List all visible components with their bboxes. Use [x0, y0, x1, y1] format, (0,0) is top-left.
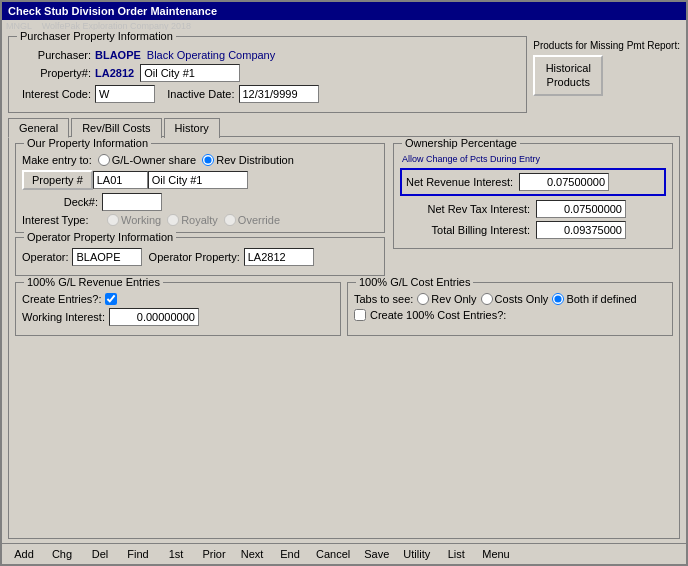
purchaser-label: Purchaser:: [15, 49, 95, 61]
right-col: Ownership Percentage Allow Change of Pct…: [393, 143, 673, 276]
tabs-to-see-label: Tabs to see:: [354, 293, 413, 305]
next-button[interactable]: Next: [234, 546, 270, 562]
allow-change-label: Allow Change of Pcts During Entry: [400, 154, 666, 164]
list-button[interactable]: List: [438, 546, 474, 562]
top-section: Purchaser Property Information Purchaser…: [8, 36, 680, 113]
radio-gl-owner-input[interactable]: [98, 154, 110, 166]
property-label: Property#:: [15, 67, 95, 79]
chg-button[interactable]: Chg: [44, 546, 80, 562]
prior-button[interactable]: Prior: [196, 546, 232, 562]
radio-rev-only: Rev Only: [417, 293, 476, 305]
radio-override-label: Override: [238, 214, 280, 226]
total-billing-input[interactable]: [536, 221, 626, 239]
purchaser-row: Purchaser: BLAOPE Black Operating Compan…: [15, 49, 520, 61]
create-entries-row: Create Entries?:: [22, 293, 334, 305]
radio-working-label: Working: [121, 214, 161, 226]
inactive-date-label: Inactive Date:: [167, 88, 234, 100]
create-entries-label: Create Entries?:: [22, 293, 101, 305]
radio-gl-owner-label: G/L-Owner share: [112, 154, 196, 166]
tabs-to-see: Tabs to see: Rev Only Costs Only: [354, 293, 666, 305]
toolbar: Add Chg Del Find 1st Prior Next End Canc…: [2, 543, 686, 564]
products-section: Products for Missing Pmt Report: Histori…: [533, 36, 680, 113]
del-button[interactable]: Del: [82, 546, 118, 562]
cancel-button[interactable]: Cancel: [310, 546, 356, 562]
create-entries-checkbox[interactable]: [105, 293, 117, 305]
menu-button[interactable]: Menu: [476, 546, 516, 562]
property-row: Property#: LA2812: [15, 64, 520, 82]
net-rev-tax-input[interactable]: [536, 200, 626, 218]
gl-revenue-box: 100% G/L Revenue Entries Create Entries?…: [15, 282, 341, 336]
end-button[interactable]: End: [272, 546, 308, 562]
net-tax-row: Net Rev Tax Interest:: [400, 200, 666, 218]
save-button[interactable]: Save: [358, 546, 395, 562]
radio-both-if-defined-input[interactable]: [552, 293, 564, 305]
radio-working-input[interactable]: [107, 214, 119, 226]
property-num-button[interactable]: Property #: [22, 170, 93, 190]
our-property-title: Our Property Information: [24, 137, 151, 149]
radio-override: Override: [224, 214, 280, 226]
our-property-name-input[interactable]: [148, 171, 248, 189]
our-property-id-input[interactable]: [93, 171, 148, 189]
first-button[interactable]: 1st: [158, 546, 194, 562]
radio-override-input[interactable]: [224, 214, 236, 226]
purchaser-id: BLAOPE: [95, 49, 141, 61]
purchaser-info-title: Purchaser Property Information: [17, 30, 176, 42]
total-billing-label: Total Billing Interest:: [400, 224, 530, 236]
radio-royalty-label: Royalty: [181, 214, 218, 226]
main-window: Check Stub Division Order Maintenance MN…: [0, 0, 688, 566]
property-id: LA2812: [95, 67, 134, 79]
operator-property-label: Operator Property:: [149, 251, 240, 263]
radio-costs-only: Costs Only: [481, 293, 549, 305]
radio-rev-dist-input[interactable]: [202, 154, 214, 166]
purchaser-info-box: Purchaser Property Information Purchaser…: [8, 36, 527, 113]
make-entry-row: Make entry to: G/L-Owner share Rev Distr…: [22, 154, 378, 166]
operator-property-input[interactable]: [244, 248, 314, 266]
find-button[interactable]: Find: [120, 546, 156, 562]
gl-revenue-title: 100% G/L Revenue Entries: [24, 276, 163, 288]
create-100-row: Create 100% Cost Entries?:: [354, 309, 666, 321]
operator-id-input[interactable]: [72, 248, 142, 266]
our-property-row: Property #: [22, 170, 378, 190]
app-title: Check Stub Division Order Maintenance: [8, 5, 217, 17]
interest-code-label: Interest Code:: [15, 88, 95, 100]
tab-two-col: Our Property Information Make entry to: …: [15, 143, 673, 276]
radio-rev-only-input[interactable]: [417, 293, 429, 305]
our-property-box: Our Property Information Make entry to: …: [15, 143, 385, 233]
add-button[interactable]: Add: [6, 546, 42, 562]
tab-general[interactable]: General: [8, 118, 69, 138]
bottom-section: 100% G/L Revenue Entries Create Entries?…: [15, 282, 673, 336]
working-interest-label: Working Interest:: [22, 311, 105, 323]
tabs-area: General Rev/Bill Costs History Our Prope…: [8, 117, 680, 539]
products-missing-label: Products for Missing Pmt Report:: [533, 40, 680, 51]
tab-rev-bill-costs[interactable]: Rev/Bill Costs: [71, 118, 161, 138]
radio-costs-only-input[interactable]: [481, 293, 493, 305]
create-100-label: Create 100% Cost Entries?:: [370, 309, 506, 321]
radio-rev-only-label: Rev Only: [431, 293, 476, 305]
utility-button[interactable]: Utility: [397, 546, 436, 562]
net-rev-tax-label: Net Rev Tax Interest:: [400, 203, 530, 215]
make-entry-label: Make entry to:: [22, 154, 92, 166]
main-content: Purchaser Property Information Purchaser…: [2, 32, 686, 543]
inactive-date-input[interactable]: [239, 85, 319, 103]
radio-both-if-defined-label: Both if defined: [566, 293, 636, 305]
interest-code-input[interactable]: [95, 85, 155, 103]
create-100-cost-checkbox[interactable]: [354, 309, 366, 321]
operator-title: Operator Property Information: [24, 231, 176, 243]
purchaser-name: Black Operating Company: [147, 49, 275, 61]
working-interest-row: Working Interest:: [22, 308, 334, 326]
radio-working: Working: [107, 214, 161, 226]
tab-history[interactable]: History: [164, 118, 220, 138]
radio-royalty-input[interactable]: [167, 214, 179, 226]
gl-cost-title: 100% G/L Cost Entries: [356, 276, 473, 288]
interest-type-row: Interest Type: Working Royalty: [22, 214, 378, 226]
operator-label: Operator:: [22, 251, 68, 263]
total-billing-row: Total Billing Interest:: [400, 221, 666, 239]
radio-rev-dist-label: Rev Distribution: [216, 154, 294, 166]
deck-input[interactable]: [102, 193, 162, 211]
property-name-input[interactable]: [140, 64, 240, 82]
title-bar: Check Stub Division Order Maintenance: [2, 2, 686, 20]
gl-cost-box: 100% G/L Cost Entries Tabs to see: Rev O…: [347, 282, 673, 336]
working-interest-input[interactable]: [109, 308, 199, 326]
net-revenue-input[interactable]: [519, 173, 609, 191]
historical-products-button[interactable]: HistoricalProducts: [533, 55, 603, 96]
